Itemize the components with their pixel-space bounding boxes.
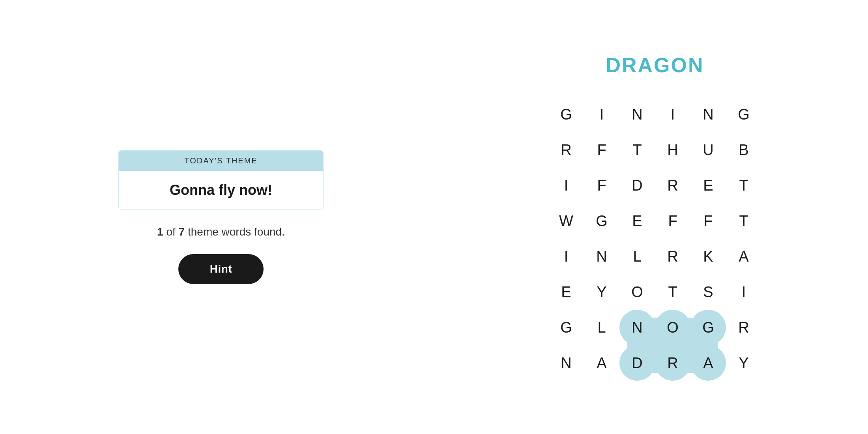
theme-title: Gonna fly now! <box>119 171 323 210</box>
cell-3-1[interactable]: G <box>584 203 619 239</box>
cell-4-3[interactable]: R <box>655 239 690 274</box>
main-container: TODAY'S THEME Gonna fly now! 1 of 7 them… <box>0 0 868 434</box>
cell-5-1[interactable]: Y <box>584 274 619 310</box>
cell-1-1[interactable]: F <box>584 132 619 168</box>
total-count: 7 <box>179 226 185 238</box>
cell-4-4[interactable]: K <box>690 239 726 274</box>
cell-3-5[interactable]: T <box>726 203 761 239</box>
found-count: 1 <box>157 226 163 238</box>
cell-4-1[interactable]: N <box>584 239 619 274</box>
cell-0-4[interactable]: N <box>690 97 726 132</box>
cell-2-0[interactable]: I <box>548 168 584 203</box>
cell-6-0[interactable]: G <box>548 310 584 345</box>
cell-0-1[interactable]: I <box>584 97 619 132</box>
progress-suffix: theme words found. <box>188 226 285 238</box>
hint-button[interactable]: Hint <box>178 254 264 284</box>
cell-5-5[interactable]: I <box>726 274 761 310</box>
cell-5-3[interactable]: T <box>655 274 690 310</box>
cell-4-2[interactable]: L <box>619 239 655 274</box>
cell-0-2[interactable]: N <box>619 97 655 132</box>
cell-3-0[interactable]: W <box>548 203 584 239</box>
cell-3-2[interactable]: E <box>619 203 655 239</box>
cell-1-3[interactable]: H <box>655 132 690 168</box>
cell-1-0[interactable]: R <box>548 132 584 168</box>
cell-0-0[interactable]: G <box>548 97 584 132</box>
cell-2-2[interactable]: D <box>619 168 655 203</box>
cell-5-0[interactable]: E <box>548 274 584 310</box>
cell-6-4[interactable]: G <box>690 310 726 345</box>
puzzle-title: DRAGON <box>606 53 704 77</box>
cell-1-2[interactable]: T <box>619 132 655 168</box>
cell-2-4[interactable]: E <box>690 168 726 203</box>
cell-2-1[interactable]: F <box>584 168 619 203</box>
cell-6-5[interactable]: R <box>726 310 761 345</box>
cell-1-4[interactable]: U <box>690 132 726 168</box>
left-panel: TODAY'S THEME Gonna fly now! 1 of 7 them… <box>0 127 442 308</box>
cell-3-3[interactable]: F <box>655 203 690 239</box>
cell-0-3[interactable]: I <box>655 97 690 132</box>
cell-7-3[interactable]: R <box>655 345 690 381</box>
cell-3-4[interactable]: F <box>690 203 726 239</box>
cell-1-5[interactable]: B <box>726 132 761 168</box>
cell-5-4[interactable]: S <box>690 274 726 310</box>
cell-7-1[interactable]: A <box>584 345 619 381</box>
cell-4-0[interactable]: I <box>548 239 584 274</box>
grid-wrapper: GININGRFTHUBIFDRETWGEFFTINLRKAEYOTSIGLNO… <box>548 97 761 381</box>
cell-4-5[interactable]: A <box>726 239 761 274</box>
progress-text: 1 of 7 theme words found. <box>157 226 285 238</box>
theme-card: TODAY'S THEME Gonna fly now! <box>118 150 324 210</box>
cell-6-2[interactable]: N <box>619 310 655 345</box>
of-text: of <box>166 226 178 238</box>
cell-2-3[interactable]: R <box>655 168 690 203</box>
cell-7-5[interactable]: Y <box>726 345 761 381</box>
cell-7-0[interactable]: N <box>548 345 584 381</box>
cell-7-2[interactable]: D <box>619 345 655 381</box>
cell-0-5[interactable]: G <box>726 97 761 132</box>
letter-grid[interactable]: GININGRFTHUBIFDRETWGEFFTINLRKAEYOTSIGLNO… <box>548 97 761 381</box>
cell-5-2[interactable]: O <box>619 274 655 310</box>
right-panel: DRAGON GININGRFTHUBIFDRETWGEFFTINLRKAEYO… <box>442 37 868 397</box>
cell-6-3[interactable]: O <box>655 310 690 345</box>
cell-7-4[interactable]: A <box>690 345 726 381</box>
theme-header: TODAY'S THEME <box>119 151 323 171</box>
cell-2-5[interactable]: T <box>726 168 761 203</box>
cell-6-1[interactable]: L <box>584 310 619 345</box>
